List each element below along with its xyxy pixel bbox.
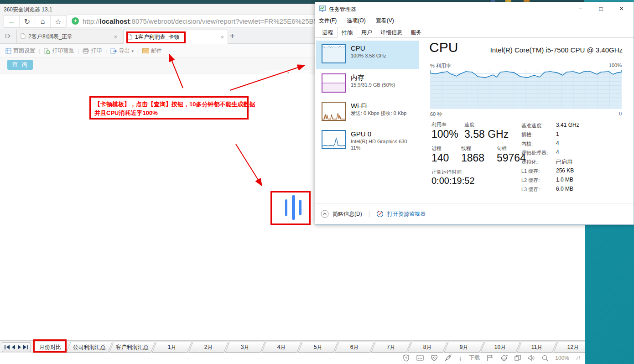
- tab-details[interactable]: 详细信息: [376, 27, 406, 37]
- annotation-box-spinner: [270, 191, 311, 225]
- resource-monitor-icon: [376, 210, 384, 218]
- export-caret-icon: ▾: [131, 49, 134, 53]
- sheet-tab-company-profit[interactable]: 公司利润汇总: [66, 342, 113, 353]
- perf-sidebar-item-cpu[interactable]: CPU 100% 3.58 GHz: [316, 41, 419, 69]
- cpu-mini-chart: [322, 44, 346, 63]
- speaker-icon[interactable]: [528, 355, 535, 361]
- menu-view[interactable]: 查看(V): [376, 17, 394, 25]
- open-resource-monitor-link[interactable]: 打开资源监视器: [387, 210, 426, 218]
- perf-sidebar-item-gpu[interactable]: GPU 0 Intel(R) HD Graphics 630 11%: [316, 126, 419, 159]
- site-safety-shield-icon[interactable]: +: [72, 17, 79, 25]
- sheet-tab-oct[interactable]: 10月: [480, 342, 520, 353]
- new-tab-button[interactable]: +: [230, 31, 235, 41]
- stat-logical-label: 逻辑处理器:: [521, 150, 548, 156]
- task-manager-footer: 简略信息(D) | 打开资源监视器: [315, 203, 634, 224]
- menu-file[interactable]: 文件(F): [319, 17, 337, 25]
- tab-processes[interactable]: 进程: [318, 27, 337, 37]
- print-preview-icon: [44, 48, 50, 54]
- perf-sidebar-item-memory[interactable]: 内存 15.9/31.9 GB (50%): [316, 70, 419, 97]
- query-button[interactable]: 查 询: [7, 60, 33, 70]
- stat-utilization-value: 100%: [431, 128, 458, 140]
- stat-speed-value: 3.58 GHz: [464, 128, 509, 140]
- stat-handles-label: 句柄: [497, 145, 507, 152]
- boost-rocket-icon[interactable]: [445, 354, 452, 361]
- sheet-tab-apr[interactable]: 4月: [261, 342, 301, 353]
- sheet-tab-customer-profit[interactable]: 客户利润汇总: [109, 342, 156, 353]
- chart-x-right: 0: [430, 111, 622, 116]
- browser-status-bar: ↓ 下载 100%: [0, 353, 585, 364]
- page-setup-button[interactable]: 页面设置: [2, 47, 39, 55]
- cpu-model-subtitle: Intel(R) Core(TM) i5-7500 CPU @ 3.40GHz: [429, 46, 623, 54]
- print-button[interactable]: 打印: [79, 47, 105, 55]
- gpu-mini-chart: [322, 130, 346, 149]
- stat-uptime-value: 0:00:19:52: [431, 176, 475, 186]
- maximize-button[interactable]: □: [591, 2, 611, 15]
- stat-virtualization-value: 已启用: [556, 158, 572, 166]
- summary-view-toggle[interactable]: 简略信息(D): [333, 210, 362, 218]
- mail-label: 邮件: [151, 47, 162, 55]
- sidebar-wifi-name: Wi-Fi: [351, 102, 406, 110]
- download-arrow-icon[interactable]: ↓: [459, 354, 463, 362]
- flag-icon[interactable]: [487, 355, 494, 361]
- annotation-note: 【卡顿模板】，点击【查询】按钮，10多分钟都不能生成数据 并且CPU消耗近乎10…: [89, 96, 249, 120]
- stat-l3-value: 6.0 MB: [556, 186, 573, 192]
- close-button[interactable]: ×: [611, 2, 632, 15]
- collapse-chevron-icon[interactable]: [321, 210, 329, 218]
- footer-separator: |: [369, 210, 370, 218]
- tab-close-icon[interactable]: ×: [114, 33, 117, 40]
- browser-tab-normal-report[interactable]: 2客户利润表_正常 ×: [16, 30, 121, 43]
- tab-performance[interactable]: 性能: [337, 27, 357, 38]
- resize-grip[interactable]: [576, 356, 580, 360]
- minimize-button[interactable]: −: [570, 2, 591, 15]
- health-heart-icon[interactable]: [431, 355, 438, 361]
- stat-basespeed-value: 3.41 GHz: [556, 122, 579, 128]
- zoom-level[interactable]: 100%: [555, 355, 569, 361]
- tab-label: 2客户利润表_正常: [28, 33, 73, 41]
- stat-basespeed-label: 基准速度:: [521, 122, 543, 129]
- download-label[interactable]: 下载: [469, 354, 480, 362]
- perf-sidebar-item-wifi[interactable]: Wi-Fi 发送: 0 Kbps 接收: 0 Kbp: [316, 98, 419, 125]
- sheet-tab-jan[interactable]: 1月: [152, 342, 192, 353]
- zoom-search-icon[interactable]: [542, 355, 548, 361]
- home-button[interactable]: ⌂: [35, 16, 51, 27]
- print-preview-button[interactable]: 打印预览: [40, 47, 78, 55]
- mail-icon: [142, 48, 149, 53]
- sheet-tab-jun[interactable]: 6月: [334, 342, 374, 353]
- sidebar-gpu-name: GPU 0: [351, 130, 407, 138]
- export-icon: [110, 48, 117, 54]
- sheet-tab-dec[interactable]: 12月: [553, 342, 585, 353]
- stat-uptime-label: 正常运行时间: [431, 169, 462, 176]
- shield-icon[interactable]: [403, 354, 410, 362]
- sheet-nav-buttons[interactable]: [2, 342, 31, 352]
- export-button[interactable]: 导出 ▾: [107, 47, 137, 55]
- print-preview-label: 打印预览: [52, 47, 74, 55]
- back-button[interactable]: ←: [4, 16, 20, 27]
- print-icon: [83, 48, 89, 54]
- stat-sockets-label: 插槽:: [521, 131, 533, 138]
- refresh-button[interactable]: ↻: [20, 16, 35, 27]
- sheet-tab-may[interactable]: 5月: [298, 342, 338, 353]
- sheet-tab-mar[interactable]: 3月: [225, 342, 265, 353]
- bookmark-star-button[interactable]: ☆: [51, 16, 66, 27]
- screenshot-icon[interactable]: [416, 355, 424, 361]
- task-manager-titlebar[interactable]: 任务管理器 − □ ×: [315, 2, 634, 15]
- page-setup-label: 页面设置: [13, 47, 35, 55]
- tab-close-icon[interactable]: ×: [220, 34, 224, 41]
- window-restore-icon[interactable]: [514, 355, 521, 361]
- tab-users[interactable]: 用户: [357, 27, 376, 37]
- stat-virtualization-label: 虚拟化:: [521, 159, 538, 166]
- mail-button[interactable]: 邮件: [139, 47, 166, 55]
- sheet-tab-feb[interactable]: 2月: [188, 342, 229, 353]
- ie-compat-icon[interactable]: [500, 355, 508, 361]
- menu-options[interactable]: 选项(O): [347, 17, 365, 25]
- stat-cores-label: 内核:: [521, 140, 533, 147]
- tab-services[interactable]: 服务: [406, 27, 426, 37]
- stat-sockets-value: 1: [556, 131, 559, 137]
- sheet-tab-sep[interactable]: 9月: [444, 342, 484, 353]
- stat-speed-label: 速度: [464, 121, 474, 128]
- sheet-tab-aug[interactable]: 8月: [407, 342, 447, 353]
- sheet-tab-nov[interactable]: 11月: [517, 342, 557, 353]
- chart-y-max: 100%: [430, 62, 622, 68]
- sheet-tab-jul[interactable]: 7月: [371, 342, 411, 353]
- tab-list-expander-icon[interactable]: [5, 32, 12, 42]
